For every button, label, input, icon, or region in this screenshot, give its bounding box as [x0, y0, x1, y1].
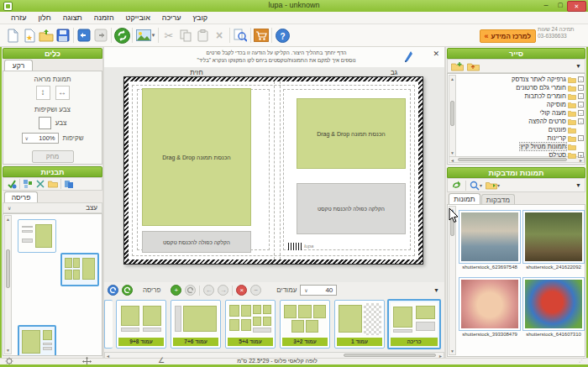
- menu-edit[interactable]: עריכה: [156, 13, 187, 22]
- template-card[interactable]: [60, 253, 99, 286]
- delete-icon[interactable]: ×: [211, 27, 228, 44]
- angle-tool-icon[interactable]: ∠: [158, 356, 165, 364]
- pages-count-dropdown[interactable]: ∨ 40: [300, 285, 337, 296]
- duplicate-spread-button[interactable]: [185, 285, 196, 296]
- insert-image-dropdown-arrow[interactable]: ▾: [152, 32, 155, 39]
- notice-bar[interactable]: הדף יחתך בתהליך היצור. הקליקו על הודעה ז…: [104, 47, 444, 68]
- template-cut-icon[interactable]: [35, 179, 45, 189]
- new-document-icon[interactable]: [4, 27, 21, 44]
- page-thumbnail[interactable]: עמוד 3+2: [280, 300, 330, 349]
- scroll-down-icon[interactable]: ▼: [449, 348, 455, 354]
- tree-item[interactable]: -מוסיקה: [448, 101, 584, 108]
- templates-panel-header[interactable]: תבניות: [3, 166, 102, 177]
- tree-item[interactable]: -חומרי גלם סרטונים: [448, 84, 584, 92]
- page-thumbnail[interactable]: עמוד 1: [334, 300, 385, 349]
- media-panel-header[interactable]: תמונות ומדבקות: [447, 167, 585, 178]
- shuffle-layout-button[interactable]: [122, 285, 133, 296]
- transparency-dropdown[interactable]: 100% ∨: [22, 133, 59, 144]
- photo-folder-icon[interactable]: ▾: [486, 181, 500, 190]
- scroll-down-icon[interactable]: ▼: [5, 347, 11, 354]
- help-icon[interactable]: ?: [274, 27, 291, 44]
- tab-images[interactable]: תמונות: [449, 193, 480, 205]
- collapse-strip-icon[interactable]: ▼: [433, 287, 439, 293]
- cover-spread[interactable]: הכנסת תמונה Drag & Drop הקלקה כפולה להכנ…: [123, 76, 423, 265]
- image-drop-zone[interactable]: הכנסת תמונה Drag & Drop: [297, 98, 406, 169]
- clear-spread-button[interactable]: −: [250, 285, 261, 296]
- open-folder-icon[interactable]: [38, 27, 55, 44]
- import-photos-icon[interactable]: [451, 180, 462, 191]
- photo-item[interactable]: shutterstock_393308479: [459, 277, 521, 337]
- template-card[interactable]: [18, 219, 56, 253]
- tools-panel-header[interactable]: כלים: [3, 48, 102, 59]
- expand-toggle-icon[interactable]: -: [578, 76, 584, 82]
- menu-window[interactable]: חלון: [32, 13, 56, 22]
- sync-icon[interactable]: [113, 27, 130, 44]
- new-from-template-icon[interactable]: ★: [21, 27, 38, 44]
- photo-item[interactable]: shutterstock_241622092: [522, 210, 585, 270]
- menu-help[interactable]: עזרה: [5, 13, 32, 22]
- expand-toggle-icon[interactable]: -: [578, 135, 584, 141]
- scrollbar-thumb[interactable]: [344, 354, 436, 357]
- expand-toggle-icon[interactable]: -: [578, 102, 584, 107]
- text-placeholder-zone[interactable]: הקלקה כפולה להכנסת טקסט: [142, 231, 251, 253]
- template-folder-icon[interactable]: [48, 180, 58, 188]
- expand-toggle-icon[interactable]: -: [578, 110, 584, 116]
- paste-icon[interactable]: [194, 27, 211, 44]
- expand-toggle-icon[interactable]: -: [578, 118, 584, 124]
- cut-icon[interactable]: ✂: [160, 27, 177, 44]
- explorer-header[interactable]: סייר: [447, 48, 585, 59]
- expand-toggle-icon[interactable]: -: [578, 93, 584, 99]
- color-swatch[interactable]: [39, 117, 51, 129]
- resize-grip[interactable]: ⋰: [579, 357, 585, 364]
- collapse-explorer-icon[interactable]: ▼: [575, 63, 581, 69]
- template-grid-icon[interactable]: [23, 179, 33, 189]
- menu-file[interactable]: קובץ: [186, 13, 213, 22]
- photos-scrollbar[interactable]: ▲ ▼: [449, 206, 456, 355]
- tab-background[interactable]: רקע: [4, 60, 33, 71]
- collapse-media-icon[interactable]: ▼: [575, 182, 581, 188]
- add-folder-icon[interactable]: [451, 61, 464, 71]
- undo-icon[interactable]: [76, 27, 92, 44]
- tree-item[interactable]: -חומרים לכתבות: [448, 92, 584, 100]
- save-icon[interactable]: [55, 27, 71, 44]
- flip-horizontal-icon[interactable]: ↔: [55, 86, 70, 100]
- search-photos-icon[interactable]: ▾: [470, 181, 482, 191]
- maximize-button[interactable]: ▢: [554, 2, 567, 8]
- copy-icon[interactable]: [177, 27, 194, 44]
- photo-thumbnail[interactable]: [525, 212, 582, 261]
- tree-item[interactable]: -קריינות: [448, 134, 584, 142]
- scrollbar-thumb[interactable]: [450, 214, 454, 236]
- minimize-button[interactable]: –: [539, 1, 553, 9]
- tree-item-selected[interactable]: תמונות מטיול קיץ: [448, 143, 584, 150]
- template-group-row[interactable]: ∨ עצב: [3, 202, 102, 213]
- add-spread-button[interactable]: +: [171, 285, 181, 296]
- page-thumbnail-selected[interactable]: כריכה: [387, 299, 441, 349]
- move-spread-right-button[interactable]: →: [218, 285, 228, 296]
- info-center-link[interactable]: « למרכז המידע: [480, 29, 536, 43]
- folder-up-icon[interactable]: [467, 61, 480, 71]
- flip-vertical-icon[interactable]: ↕: [36, 86, 50, 100]
- tab-layout[interactable]: פריסה: [4, 191, 38, 203]
- page-thumbnail[interactable]: עמוד 7+6: [171, 300, 221, 349]
- autofill-pages-button[interactable]: [108, 285, 118, 296]
- page-thumbnail-partial[interactable]: [104, 300, 113, 349]
- preview-icon[interactable]: [232, 27, 249, 44]
- tree-item[interactable]: -סרטים להפצה: [448, 118, 584, 125]
- template-card[interactable]: [18, 325, 56, 356]
- expand-toggle-icon[interactable]: +: [578, 152, 584, 158]
- image-drop-zone[interactable]: הכנסת תמונה Drag & Drop: [142, 88, 251, 226]
- cart-icon[interactable]: [253, 27, 270, 44]
- right-splitter[interactable]: [444, 47, 446, 365]
- close-button[interactable]: ✕: [567, 1, 586, 12]
- photo-thumbnail[interactable]: [461, 280, 518, 328]
- clear-background-button[interactable]: מחק: [32, 150, 74, 163]
- photo-thumbnail[interactable]: [525, 280, 582, 328]
- tree-item[interactable]: -מענה קולי: [448, 109, 584, 117]
- delete-spread-button[interactable]: ×: [236, 285, 247, 296]
- scroll-up-icon[interactable]: ▲: [449, 207, 455, 213]
- tree-item[interactable]: -גרפיקה לאתר צנדסק: [448, 76, 584, 83]
- menu-view[interactable]: תצוגה: [57, 13, 88, 22]
- scroll-up-icon[interactable]: ▲: [5, 216, 11, 223]
- menu-object[interactable]: אובייקט: [120, 13, 156, 22]
- photo-item[interactable]: shutterstock_641607310: [522, 277, 585, 337]
